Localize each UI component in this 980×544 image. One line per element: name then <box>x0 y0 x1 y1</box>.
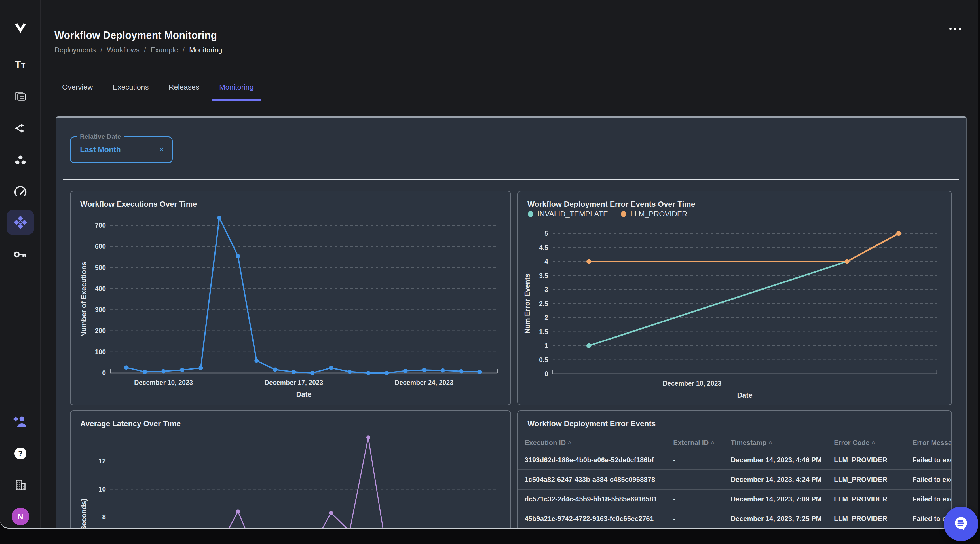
breadcrumb-item[interactable]: Workflows <box>107 46 140 54</box>
breadcrumb-separator: / <box>183 46 185 54</box>
document-index-icon <box>14 90 27 103</box>
table-cell: dc571c32-2d4c-45b9-bb18-5b85e6916581 <box>525 495 673 503</box>
breadcrumb-item[interactable]: Deployments <box>54 46 96 54</box>
table-row[interactable]: 3193d62d-188e-4b0b-a06e-52de0cf186bf-Dec… <box>518 450 951 470</box>
breadcrumb: Deployments/Workflows/Example/Monitoring <box>54 46 222 54</box>
svg-text:2: 2 <box>544 314 548 321</box>
svg-text:4.5: 4.5 <box>539 244 548 251</box>
error-events-line-chart: 00.511.522.533.544.55December 10, 2023Da… <box>518 191 952 405</box>
sidebar-item-invite-user[interactable] <box>0 415 41 429</box>
sidebar-item-help[interactable]: ? <box>0 447 41 460</box>
sort-caret-icon: ^ <box>872 440 875 446</box>
svg-text:700: 700 <box>95 222 106 229</box>
tab-monitoring[interactable]: Monitoring <box>212 78 261 100</box>
table-cell: December 14, 2023, 4:46 PM <box>731 456 834 464</box>
relative-date-filter[interactable]: Relative Date Last Month × <box>70 137 173 163</box>
svg-text:0.5: 0.5 <box>539 356 548 364</box>
column-header[interactable]: Error Code^ <box>834 439 913 447</box>
table-row[interactable]: 45b9a21e-9742-4722-9163-fc0c65ec2761-Dec… <box>518 509 951 529</box>
help-glyph: ? <box>18 449 23 458</box>
svg-text:8: 8 <box>102 513 106 521</box>
tab-releases[interactable]: Releases <box>161 78 207 100</box>
sidebar-item-evaluations[interactable] <box>0 185 41 199</box>
table-cell: December 14, 2023, 4:24 PM <box>731 476 834 484</box>
sidebar-item-workflows[interactable] <box>0 121 41 135</box>
table-title: Workflow Deployment Error Events <box>527 420 656 428</box>
table-cell: - <box>673 456 731 464</box>
svg-text:December 10, 2023: December 10, 2023 <box>134 379 193 386</box>
svg-text:600: 600 <box>95 243 106 250</box>
svg-text:December 10, 2023: December 10, 2023 <box>663 380 721 387</box>
table-cell: 3193d62d-188e-4b0b-a06e-52de0cf186bf <box>525 456 673 464</box>
svg-text:2.5: 2.5 <box>539 300 548 307</box>
table-cell: Failed to execu <box>913 476 951 484</box>
branch-icon <box>14 122 27 134</box>
monitoring-panel: Relative Date Last Month × Workflow Exec… <box>56 116 967 529</box>
latency-chart-card: Average Latency Over Time 024681012Decem… <box>70 410 511 529</box>
svg-text:400: 400 <box>95 285 106 293</box>
svg-text:December 17, 2023: December 17, 2023 <box>264 379 323 386</box>
sort-caret-icon: ^ <box>711 440 714 446</box>
svg-text:10: 10 <box>99 485 106 493</box>
column-header[interactable]: Execution ID^ <box>525 439 673 447</box>
screenshot-root: Tt <box>0 0 980 544</box>
column-header[interactable]: Timestamp^ <box>731 439 834 447</box>
sort-caret-icon: ^ <box>568 440 571 446</box>
svg-text:500: 500 <box>95 264 106 272</box>
svg-text:1.5: 1.5 <box>539 328 548 336</box>
tab-bar: OverviewExecutionsReleasesMonitoring <box>54 78 967 100</box>
tab-executions[interactable]: Executions <box>105 78 156 100</box>
vellum-logo[interactable] <box>0 21 41 35</box>
avatar-initial: N <box>17 512 23 521</box>
user-avatar[interactable]: N <box>0 508 41 525</box>
filter-divider <box>63 179 959 180</box>
svg-text:Number of Executions: Number of Executions <box>80 261 88 337</box>
gauge-icon <box>13 186 27 198</box>
table-cell: December 14, 2023, 7:25 PM <box>731 515 834 523</box>
svg-text:4: 4 <box>544 258 548 265</box>
table-cell: 45b9a21e-9742-4722-9163-fc0c65ec2761 <box>525 515 673 523</box>
breadcrumb-item: Monitoring <box>189 46 222 54</box>
latency-line-chart: 024681012December 10, 2023December 17, 2… <box>71 433 511 529</box>
svg-text:0: 0 <box>544 370 548 377</box>
sidebar-item-documents[interactable] <box>0 90 41 103</box>
breadcrumb-item[interactable]: Example <box>151 46 178 54</box>
table-cell: - <box>673 476 731 484</box>
svg-text:December 24, 2023: December 24, 2023 <box>395 379 453 386</box>
svg-text:3.5: 3.5 <box>539 272 548 279</box>
error-events-table: Execution ID^External ID^Timestamp^Error… <box>518 435 951 529</box>
table-cell: 1c504a82-6247-433b-a384-c485c0968878 <box>525 476 673 484</box>
table-row[interactable]: dc571c32-2d4c-45b9-bb18-5b85e6916581-Dec… <box>518 490 951 509</box>
sidebar-item-organization[interactable] <box>0 478 41 492</box>
executions-chart-card: Workflow Executions Over Time 0100200300… <box>70 191 511 405</box>
deployments-diamond-icon <box>12 214 29 231</box>
key-icon <box>13 250 27 259</box>
filter-value: Last Month <box>80 145 121 154</box>
svg-text:Average Latency (Seconds): Average Latency (Seconds) <box>80 499 88 529</box>
svg-text:12: 12 <box>99 458 106 465</box>
svg-text:Date: Date <box>737 391 752 399</box>
table-cell: LLM_PROVIDER <box>834 495 913 503</box>
overflow-menu-button[interactable] <box>950 28 961 30</box>
tab-overview[interactable]: Overview <box>54 78 100 100</box>
table-row[interactable]: 1c504a82-6247-433b-a384-c485c0968878-Dec… <box>518 470 951 490</box>
error-events-table-card: Workflow Deployment Error Events Executi… <box>517 410 952 529</box>
svg-text:3: 3 <box>544 286 548 293</box>
table-cell: LLM_PROVIDER <box>834 476 913 484</box>
sidebar-item-test-suites[interactable] <box>0 153 41 167</box>
sidebar-item-api-keys[interactable] <box>0 249 41 260</box>
column-header[interactable]: Error Message <box>913 439 951 447</box>
table-cell: LLM_PROVIDER <box>834 515 913 523</box>
sidebar-item-deployments-active[interactable] <box>6 210 34 235</box>
chat-widget-button[interactable] <box>944 507 978 541</box>
avatar: N <box>12 508 29 525</box>
svg-text:0: 0 <box>102 369 106 377</box>
breadcrumb-separator: / <box>144 46 146 54</box>
svg-text:1: 1 <box>544 342 548 350</box>
filter-clear-icon[interactable]: × <box>159 145 164 154</box>
cluster-dots-icon <box>14 154 27 165</box>
sidebar-item-prompts[interactable]: Tt <box>0 57 41 71</box>
table-cell: - <box>673 495 731 503</box>
svg-text:200: 200 <box>95 327 106 334</box>
column-header[interactable]: External ID^ <box>673 439 731 447</box>
